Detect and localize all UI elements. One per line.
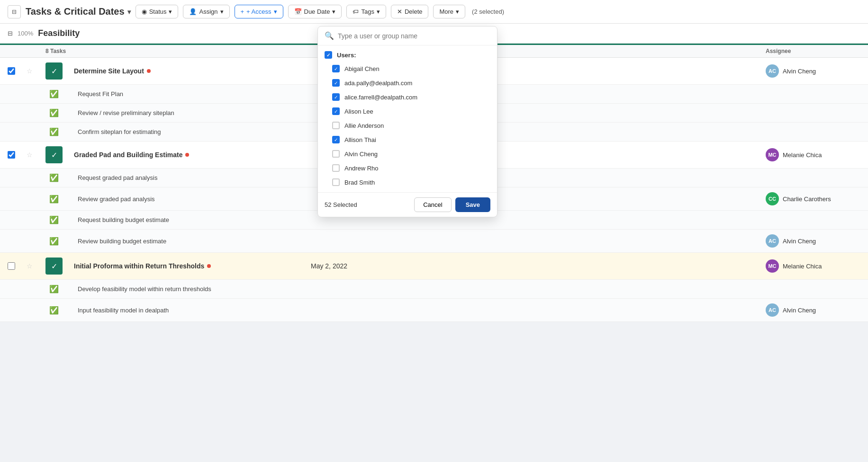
access-label: + Access (246, 8, 271, 15)
task1-avatar: AC (766, 64, 779, 78)
dropdown-search-input[interactable] (338, 32, 490, 40)
task2-checkbox[interactable] (8, 151, 15, 159)
task3-assignee: MC Melanie Chica (766, 259, 860, 273)
list-item[interactable]: ✓ ada.pally@dealpath.com (318, 76, 497, 90)
task1-assignee-name: Alvin Cheng (783, 68, 816, 75)
save-button[interactable]: Save (455, 197, 490, 212)
subtask1-2-name: Review / revise preliminary siteplan (78, 109, 315, 116)
task1-star-cell[interactable]: ☆ (27, 67, 45, 75)
list-item[interactable]: ✓ Abigail Chen (318, 62, 497, 76)
access-dropdown-panel: 🔍 ✓ Users: ✓ Abigail Chen ✓ ada.pally@de… (317, 26, 497, 217)
more-button[interactable]: More ▾ (433, 5, 465, 18)
list-item[interactable]: ✓ alice.farrell@dealpath.com (318, 90, 497, 104)
assign-person-icon: 👤 (189, 8, 197, 15)
subtask2-2-done-icon: ✅ (49, 195, 59, 204)
task1-assignee: AC Alvin Cheng (766, 64, 860, 78)
dropdown-section-header: ✓ Users: (318, 48, 497, 62)
user-alison-checkbox[interactable]: ✓ (332, 107, 340, 115)
task2-assignee: MC Melanie Chica (766, 148, 860, 161)
subtask1-1-done-icon: ✅ (49, 89, 59, 98)
tags-chevron-icon: ▾ (377, 8, 380, 15)
task3-status-badge: ✓ (45, 258, 74, 275)
table-row: ☆ ✓ Initial Proforma within Return Thres… (0, 253, 868, 280)
user-brad-checkbox[interactable] (332, 178, 340, 186)
list-item[interactable]: ✓ Alison Lee (318, 104, 497, 118)
task2-status-badge: ✓ (45, 146, 74, 163)
cancel-button[interactable]: Cancel (414, 197, 451, 212)
access-chevron-icon: ▾ (274, 8, 277, 15)
subtask2-4-name: Review building budget estimate (78, 238, 315, 245)
tag-icon: 🏷 (353, 8, 359, 15)
task1-checkbox[interactable] (8, 67, 15, 75)
collapse-button[interactable]: ⊟ (8, 5, 21, 18)
tags-label: Tags (361, 8, 374, 15)
col-name (74, 48, 311, 54)
subtask3-2-assignee-name: Alvin Cheng (783, 307, 816, 314)
title-chevron-icon[interactable]: ▾ (127, 8, 131, 16)
user-alvin-checkbox[interactable] (332, 150, 340, 158)
delete-label: Delete (405, 8, 423, 15)
task1-status-icon: ✓ (45, 62, 63, 80)
user-andrew-name: Andrew Rho (344, 165, 379, 172)
user-alice-farrell-checkbox[interactable]: ✓ (332, 93, 340, 101)
task2-star-cell[interactable]: ☆ (27, 151, 45, 159)
list-item[interactable]: Brad Smith (318, 175, 497, 189)
subtask3-2-avatar: AC (766, 303, 779, 317)
tags-button[interactable]: 🏷 Tags ▾ (346, 5, 386, 18)
subtask2-4-done-icon: ✅ (49, 237, 59, 246)
list-item[interactable]: Allie Anderson (318, 118, 497, 133)
task3-status-icon: ✓ (45, 258, 63, 275)
task2-check-cell[interactable] (8, 151, 27, 159)
list-item[interactable]: Andrew Rho (318, 161, 497, 175)
task3-checkbox[interactable] (8, 262, 15, 270)
due-date-button[interactable]: 📅 Due Date ▾ (288, 5, 342, 18)
task3-check-cell[interactable] (8, 262, 27, 270)
list-item[interactable]: Alvin Cheng (318, 147, 497, 161)
col-check (8, 48, 27, 54)
status-icon: ◉ (142, 8, 147, 15)
calendar-icon: 📅 (294, 8, 302, 15)
user-alison-name: Alison Lee (344, 108, 373, 115)
task2-assignee-name: Melanie Chica (783, 151, 822, 159)
user-allison-thai-checkbox[interactable]: ✓ (332, 136, 340, 143)
page-title: Tasks & Critical Dates ▾ (26, 6, 131, 17)
list-item[interactable]: ✓ Allison Thai (318, 133, 497, 147)
subtask2-3-name: Request building budget estimate (78, 216, 315, 223)
status-button[interactable]: ◉ Status ▾ (136, 5, 179, 18)
dropdown-user-list: ✓ Users: ✓ Abigail Chen ✓ ada.pally@deal… (318, 45, 497, 192)
section-collapse-icon[interactable]: ⊟ (8, 30, 13, 37)
access-button[interactable]: + + Access ▾ (235, 5, 283, 18)
task2-avatar: MC (766, 148, 779, 161)
user-alvin-name: Alvin Cheng (344, 151, 378, 158)
task3-avatar: MC (766, 259, 779, 273)
user-allison-thai-name: Allison Thai (344, 136, 376, 143)
subtask2-2-avatar: CC (766, 192, 779, 205)
subtask2-3-done-icon: ✅ (49, 215, 59, 224)
footer-buttons: Cancel Save (414, 197, 490, 212)
task2-name: Graded Pad and Building Estimate (74, 151, 311, 159)
dropdown-section-label: Users: (337, 52, 356, 59)
assign-button[interactable]: 👤 Assign ▾ (183, 5, 229, 18)
col-star (27, 48, 45, 54)
user-allie-checkbox[interactable] (332, 122, 340, 129)
delete-button[interactable]: ✕ Delete (391, 5, 429, 18)
user-ada-checkbox[interactable]: ✓ (332, 79, 340, 87)
user-andrew-checkbox[interactable] (332, 164, 340, 172)
subtask2-4-assignee: AC Alvin Cheng (766, 234, 860, 248)
task3-alert-dot (207, 264, 211, 268)
subtask3-1-name: Develop feasibility model within return … (78, 285, 315, 293)
task1-status-badge: ✓ (45, 62, 74, 80)
task3-star-cell[interactable]: ☆ (27, 262, 45, 270)
task1-check-cell[interactable] (8, 67, 27, 75)
user-abigail-checkbox[interactable]: ✓ (332, 65, 340, 72)
subtask2-2-assignee: CC Charlie Carothers (766, 192, 860, 205)
due-date-label: Due Date (304, 8, 330, 15)
col-tasks: 8 Tasks (45, 48, 74, 54)
status-chevron-icon: ▾ (169, 8, 172, 15)
dropdown-search-icon: 🔍 (325, 31, 334, 40)
subtask2-4-avatar: AC (766, 234, 779, 248)
task3-name: Initial Proforma within Return Threshold… (74, 262, 311, 270)
dropdown-all-checkbox[interactable]: ✓ (325, 51, 332, 59)
delete-x-icon: ✕ (397, 8, 402, 15)
subtask2-2-name: Review graded pad analysis (78, 195, 315, 203)
